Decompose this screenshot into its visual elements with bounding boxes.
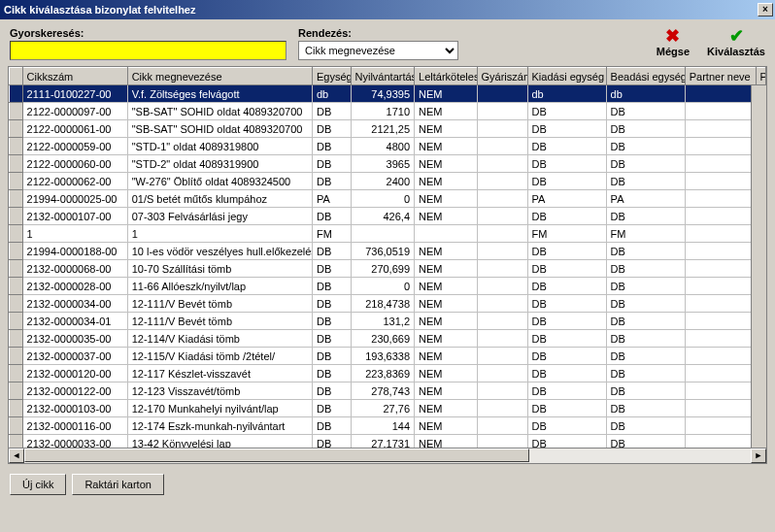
column-header[interactable]: Cikkszám <box>22 68 127 85</box>
cell-id[interactable]: 2132-0000034-00 <box>22 295 127 313</box>
row-header[interactable] <box>10 278 23 295</box>
cell-id[interactable]: 1 <box>22 225 127 243</box>
cell-unit[interactable]: DB <box>313 103 352 120</box>
cell-unit[interactable]: FM <box>313 225 352 243</box>
table-row[interactable]: 2132-0000028-0011-66 Allóeszk/nyilvt/lap… <box>10 278 766 295</box>
cell-out[interactable]: DB <box>527 313 606 330</box>
cell-serial[interactable] <box>477 208 527 225</box>
cell-id[interactable]: 2132-0000034-01 <box>22 313 127 330</box>
cell-inv[interactable]: NEM <box>415 400 477 417</box>
cell-serial[interactable] <box>477 173 527 190</box>
cell-partner[interactable] <box>685 260 756 278</box>
cell-out[interactable]: DB <box>527 260 606 278</box>
table-row[interactable]: 2122-0000059-00"STD-1" oldat 4089319800D… <box>10 138 766 155</box>
cell-qty[interactable]: 270,699 <box>351 260 415 278</box>
cell-serial[interactable] <box>477 295 527 313</box>
cell-out[interactable]: DB <box>527 278 606 295</box>
new-item-button[interactable]: Új cikk <box>10 474 66 495</box>
cell-partner[interactable] <box>685 330 756 348</box>
cell-id[interactable]: 21994-0000188-00 <box>22 243 127 260</box>
vertical-scrollbar[interactable] <box>751 85 766 448</box>
scroll-right-button[interactable]: ► <box>751 449 766 463</box>
cell-unit[interactable]: DB <box>313 348 352 365</box>
cell-serial[interactable] <box>477 313 527 330</box>
row-header[interactable] <box>10 243 23 260</box>
cell-id[interactable]: 2132-0000120-00 <box>22 365 127 382</box>
cell-serial[interactable] <box>477 243 527 260</box>
cell-name[interactable]: 07-303 Felvásárlási jegy <box>127 208 312 225</box>
data-grid[interactable]: CikkszámCikk megnevezéseEgységkNyilvánta… <box>9 67 766 452</box>
cell-out[interactable]: FM <box>527 225 606 243</box>
cell-inv[interactable]: NEM <box>415 85 477 103</box>
row-header[interactable] <box>10 208 23 225</box>
cell-in[interactable]: DB <box>606 173 685 190</box>
cell-unit[interactable]: DB <box>313 260 352 278</box>
cell-inv[interactable]: NEM <box>415 173 477 190</box>
cell-unit[interactable]: DB <box>313 382 352 400</box>
cell-in[interactable]: DB <box>606 365 685 382</box>
cell-qty[interactable]: 0 <box>351 278 415 295</box>
cell-unit[interactable]: DB <box>313 208 352 225</box>
cell-in[interactable]: DB <box>606 208 685 225</box>
cell-unit[interactable]: DB <box>313 155 352 173</box>
cell-in[interactable]: DB <box>606 313 685 330</box>
cell-unit[interactable]: DB <box>313 295 352 313</box>
cell-in[interactable]: DB <box>606 348 685 365</box>
cell-serial[interactable] <box>477 103 527 120</box>
column-header[interactable]: Beadási egység <box>606 68 685 85</box>
cell-out[interactable]: DB <box>527 208 606 225</box>
cell-name[interactable]: 12-114/V Kiadási tömb <box>127 330 312 348</box>
cell-id[interactable]: 2122-0000060-00 <box>22 155 127 173</box>
column-header[interactable]: Cikk megnevezése <box>127 68 312 85</box>
row-header[interactable] <box>10 348 23 365</box>
cell-qty[interactable]: 426,4 <box>351 208 415 225</box>
cell-inv[interactable]: NEM <box>415 365 477 382</box>
cell-in[interactable]: DB <box>606 278 685 295</box>
row-header[interactable] <box>10 260 23 278</box>
cell-out[interactable]: DB <box>527 173 606 190</box>
cell-inv[interactable]: NEM <box>415 260 477 278</box>
table-row[interactable]: 2122-0000060-00"STD-2" oldat 4089319900D… <box>10 155 766 173</box>
cell-serial[interactable] <box>477 382 527 400</box>
cell-unit[interactable]: PA <box>313 190 352 208</box>
cell-in[interactable]: DB <box>606 120 685 138</box>
table-row[interactable]: 2132-0000122-0012-123 Visszavét/tömbDB27… <box>10 382 766 400</box>
cell-in[interactable]: DB <box>606 155 685 173</box>
cell-partner[interactable] <box>685 138 756 155</box>
column-header[interactable]: Partner neve <box>685 68 756 85</box>
cell-qty[interactable]: 144 <box>351 417 415 435</box>
cell-out[interactable]: DB <box>527 155 606 173</box>
table-row[interactable]: 2132-0000035-0012-114/V Kiadási tömbDB23… <box>10 330 766 348</box>
cell-in[interactable]: DB <box>606 243 685 260</box>
cell-out[interactable]: DB <box>527 243 606 260</box>
cell-id[interactable]: 2132-0000037-00 <box>22 348 127 365</box>
column-header[interactable]: Gyáriszám <box>477 68 527 85</box>
cell-out[interactable]: DB <box>527 417 606 435</box>
cell-unit[interactable]: DB <box>313 120 352 138</box>
cell-id[interactable]: 2111-0100227-00 <box>22 85 127 103</box>
cell-out[interactable]: DB <box>527 348 606 365</box>
cell-partner[interactable] <box>685 382 756 400</box>
table-row[interactable]: 2122-0000062-00"W-276" Öblítő oldat 4089… <box>10 173 766 190</box>
cell-serial[interactable] <box>477 260 527 278</box>
cell-inv[interactable]: NEM <box>415 208 477 225</box>
cell-qty[interactable]: 218,4738 <box>351 295 415 313</box>
cell-name[interactable]: 10-70 Szállítási tömb <box>127 260 312 278</box>
cell-unit[interactable]: DB <box>313 138 352 155</box>
cell-id[interactable]: 2132-0000122-00 <box>22 382 127 400</box>
cell-qty[interactable]: 193,6338 <box>351 348 415 365</box>
scroll-thumb[interactable] <box>24 449 529 462</box>
row-header[interactable] <box>10 138 23 155</box>
cell-id[interactable]: 2122-0000097-00 <box>22 103 127 120</box>
cell-serial[interactable] <box>477 348 527 365</box>
cell-id[interactable]: 2122-0000059-00 <box>22 138 127 155</box>
cell-unit[interactable]: DB <box>313 417 352 435</box>
search-input[interactable] <box>10 41 286 60</box>
cell-id[interactable]: 21994-0000025-00 <box>22 190 127 208</box>
cell-inv[interactable]: NEM <box>415 382 477 400</box>
table-row[interactable]: 2132-0000037-0012-115/V Kiadási tömb /2t… <box>10 348 766 365</box>
cell-unit[interactable]: DB <box>313 173 352 190</box>
cell-name[interactable]: 12-111/V Bevét tömb <box>127 313 312 330</box>
cell-qty[interactable]: 2121,25 <box>351 120 415 138</box>
cell-serial[interactable] <box>477 278 527 295</box>
